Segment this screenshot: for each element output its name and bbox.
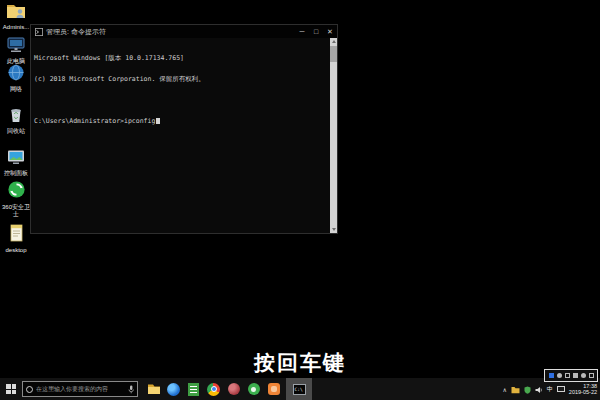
desktop-icon-label: 网络 bbox=[10, 86, 22, 93]
desktop-icon-recycle-bin[interactable]: 回收站 bbox=[1, 106, 31, 135]
this-pc-icon bbox=[6, 36, 26, 57]
edge-browser-taskbar-icon[interactable] bbox=[166, 378, 181, 400]
desktop-icon-label: desktop bbox=[5, 247, 26, 254]
text-cursor bbox=[156, 118, 160, 124]
taskbar: C:\ ∧ 中 17:38 2019-05-22 bbox=[0, 378, 600, 400]
command-prompt-window: 管理员: 命令提示符 ─ □ ✕ Microsoft Windows [版本 1… bbox=[30, 24, 338, 234]
hidden-tray-icon[interactable] bbox=[581, 373, 586, 378]
input-method-indicator[interactable]: 中 bbox=[547, 385, 553, 394]
cmd-window-icon bbox=[35, 28, 43, 36]
windows-logo-icon bbox=[6, 384, 16, 394]
desktop-icon-label: 控制面板 bbox=[4, 170, 28, 177]
microphone-icon[interactable] bbox=[128, 380, 134, 398]
hidden-tray-icon[interactable] bbox=[549, 373, 554, 378]
window-controls: ─ □ ✕ bbox=[295, 25, 337, 38]
hidden-tray-icon[interactable] bbox=[589, 373, 594, 378]
cmd-prompt-line[interactable]: C:\Users\Administrator>ipconfig bbox=[34, 118, 327, 125]
tray-folder-icon[interactable] bbox=[511, 380, 520, 398]
hidden-tray-icon[interactable] bbox=[557, 373, 562, 378]
cmd-titlebar[interactable]: 管理员: 命令提示符 ─ □ ✕ bbox=[31, 25, 337, 38]
file-explorer-taskbar-icon[interactable] bbox=[146, 378, 161, 400]
notepad-file-icon bbox=[6, 224, 26, 246]
network-globe-icon bbox=[6, 64, 26, 85]
subtitle-caption: 按回车键 bbox=[0, 349, 600, 377]
hidden-icons-flyout bbox=[544, 369, 598, 382]
taskbar-clock[interactable]: 17:38 2019-05-22 bbox=[569, 383, 597, 396]
cortana-search-icon bbox=[26, 386, 33, 393]
desktop-icon-360-safety[interactable]: 360安全卫士 bbox=[1, 180, 31, 217]
desktop-icon-administrator[interactable]: Adminis... bbox=[1, 2, 31, 31]
desktop-icon-this-pc[interactable]: 此电脑 bbox=[1, 36, 31, 65]
green-app-taskbar-icon[interactable] bbox=[246, 378, 261, 400]
scrollbar-thumb[interactable] bbox=[330, 46, 337, 62]
start-button[interactable] bbox=[0, 378, 22, 400]
red-app-taskbar-icon[interactable] bbox=[226, 378, 241, 400]
desktop-icon-label: Adminis... bbox=[3, 24, 29, 31]
orange-app-taskbar-icon[interactable] bbox=[266, 378, 281, 400]
command-prompt-taskbar-button[interactable]: C:\ bbox=[286, 378, 312, 400]
taskbar-search-box[interactable] bbox=[22, 381, 138, 397]
desktop-icon-desktop-file[interactable]: desktop bbox=[1, 224, 31, 254]
search-input[interactable] bbox=[36, 386, 125, 392]
cmd-prompt-text: C:\Users\Administrator>ipconfig bbox=[34, 117, 155, 125]
recycle-bin-icon bbox=[6, 106, 26, 127]
minimize-button[interactable]: ─ bbox=[295, 25, 309, 38]
wps-document-taskbar-icon[interactable] bbox=[186, 378, 201, 400]
tray-security-shield-icon[interactable] bbox=[524, 380, 531, 398]
hidden-tray-icon[interactable] bbox=[565, 373, 570, 378]
desktop-icon-label: 360安全卫士 bbox=[1, 204, 31, 217]
cmd-taskbar-icon: C:\ bbox=[293, 384, 306, 395]
cmd-line-copyright: (c) 2018 Microsoft Corporation. 保留所有权利。 bbox=[34, 76, 327, 83]
360-safety-icon bbox=[7, 180, 26, 203]
volume-icon[interactable] bbox=[535, 380, 543, 398]
hidden-tray-icon[interactable] bbox=[573, 373, 578, 378]
desktop: Adminis... 此电脑 网络 回收站 控制面板 360安全卫士 deskt… bbox=[0, 0, 600, 400]
desktop-icon-network[interactable]: 网络 bbox=[1, 64, 31, 93]
desktop-icon-control-panel[interactable]: 控制面板 bbox=[1, 148, 31, 177]
cmd-output: Microsoft Windows [版本 10.0.17134.765] (c… bbox=[31, 38, 337, 139]
clock-date: 2019-05-22 bbox=[569, 389, 597, 396]
cmd-blank-line bbox=[34, 97, 327, 104]
scroll-down-arrow-icon[interactable] bbox=[332, 228, 336, 231]
system-tray: ∧ 中 17:38 2019-05-22 bbox=[502, 380, 600, 398]
cmd-window-title: 管理员: 命令提示符 bbox=[46, 27, 106, 37]
cmd-line-version: Microsoft Windows [版本 10.0.17134.765] bbox=[34, 55, 327, 62]
close-button[interactable]: ✕ bbox=[323, 25, 337, 38]
hidden-icons-chevron-icon[interactable]: ∧ bbox=[502, 386, 506, 393]
taskbar-apps: C:\ bbox=[146, 378, 312, 400]
control-panel-icon bbox=[6, 148, 26, 169]
chrome-taskbar-icon[interactable] bbox=[206, 378, 221, 400]
scroll-up-arrow-icon[interactable] bbox=[332, 40, 336, 43]
maximize-button[interactable]: □ bbox=[309, 25, 323, 38]
touch-keyboard-icon[interactable] bbox=[557, 386, 565, 392]
user-folder-icon bbox=[6, 2, 26, 23]
cmd-scrollbar[interactable] bbox=[330, 38, 337, 233]
desktop-icon-label: 回收站 bbox=[7, 128, 25, 135]
